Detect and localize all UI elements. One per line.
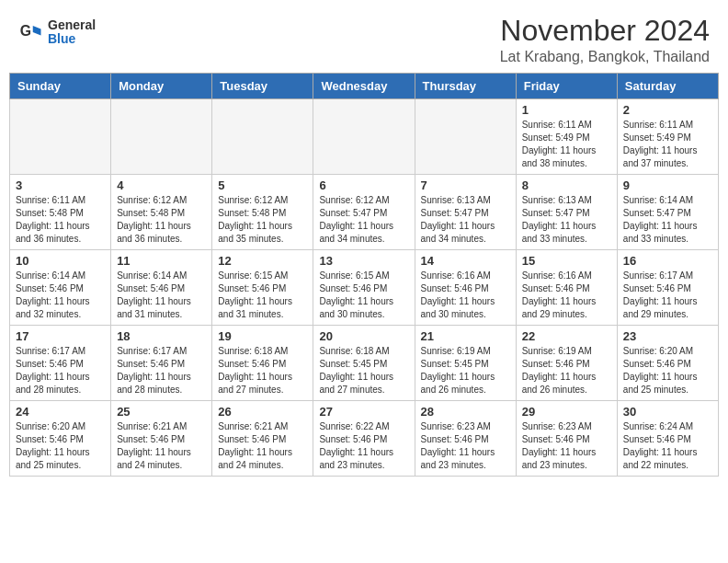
- calendar-cell: [10, 99, 111, 175]
- day-number: 21: [421, 329, 510, 343]
- day-number: 18: [117, 329, 206, 343]
- calendar-week-0: 1Sunrise: 6:11 AMSunset: 5:49 PMDaylight…: [10, 99, 719, 175]
- day-number: 8: [522, 178, 611, 192]
- day-info: Sunrise: 6:15 AMSunset: 5:46 PMDaylight:…: [319, 270, 408, 321]
- calendar-cell: 23Sunrise: 6:20 AMSunset: 5:46 PMDayligh…: [617, 326, 718, 401]
- day-number: 2: [623, 103, 712, 117]
- calendar-table: SundayMondayTuesdayWednesdayThursdayFrid…: [9, 73, 719, 477]
- logo-text: General Blue: [48, 18, 96, 47]
- day-info: Sunrise: 6:14 AMSunset: 5:47 PMDaylight:…: [623, 194, 712, 246]
- day-info: Sunrise: 6:12 AMSunset: 5:48 PMDaylight:…: [117, 194, 206, 246]
- calendar-cell: 24Sunrise: 6:20 AMSunset: 5:46 PMDayligh…: [10, 401, 111, 477]
- day-info: Sunrise: 6:18 AMSunset: 5:46 PMDaylight:…: [218, 345, 307, 396]
- calendar-cell: 16Sunrise: 6:17 AMSunset: 5:46 PMDayligh…: [617, 250, 718, 326]
- day-number: 20: [319, 329, 408, 343]
- day-info: Sunrise: 6:24 AMSunset: 5:46 PMDaylight:…: [623, 420, 712, 472]
- calendar-week-4: 24Sunrise: 6:20 AMSunset: 5:46 PMDayligh…: [10, 401, 719, 477]
- svg-text:G: G: [20, 23, 31, 39]
- day-number: 7: [421, 178, 510, 192]
- calendar-cell: [415, 99, 516, 175]
- day-info: Sunrise: 6:14 AMSunset: 5:46 PMDaylight:…: [16, 270, 105, 321]
- calendar-cell: 27Sunrise: 6:22 AMSunset: 5:46 PMDayligh…: [313, 401, 415, 477]
- day-number: 10: [16, 254, 105, 268]
- calendar-cell: 19Sunrise: 6:18 AMSunset: 5:46 PMDayligh…: [212, 326, 313, 401]
- day-info: Sunrise: 6:22 AMSunset: 5:46 PMDaylight:…: [319, 420, 408, 472]
- day-info: Sunrise: 6:16 AMSunset: 5:46 PMDaylight:…: [522, 270, 611, 321]
- day-number: 22: [522, 329, 611, 343]
- logo-blue-text: Blue: [48, 32, 96, 46]
- logo: G General Blue: [18, 18, 96, 47]
- day-number: 1: [522, 103, 611, 117]
- calendar-cell: 20Sunrise: 6:18 AMSunset: 5:45 PMDayligh…: [313, 326, 415, 401]
- day-number: 15: [522, 254, 611, 268]
- calendar-cell: 21Sunrise: 6:19 AMSunset: 5:45 PMDayligh…: [415, 326, 516, 401]
- calendar-cell: 14Sunrise: 6:16 AMSunset: 5:46 PMDayligh…: [415, 250, 516, 326]
- weekday-header-wednesday: Wednesday: [313, 74, 415, 99]
- calendar-cell: [313, 99, 415, 175]
- calendar-cell: 26Sunrise: 6:21 AMSunset: 5:46 PMDayligh…: [212, 401, 313, 477]
- day-number: 23: [623, 329, 712, 343]
- day-info: Sunrise: 6:19 AMSunset: 5:45 PMDaylight:…: [421, 345, 510, 396]
- calendar-cell: 6Sunrise: 6:12 AMSunset: 5:47 PMDaylight…: [313, 175, 415, 250]
- day-info: Sunrise: 6:21 AMSunset: 5:46 PMDaylight:…: [117, 420, 206, 472]
- calendar-body: 1Sunrise: 6:11 AMSunset: 5:49 PMDaylight…: [10, 99, 719, 477]
- day-info: Sunrise: 6:13 AMSunset: 5:47 PMDaylight:…: [522, 194, 611, 246]
- day-number: 28: [421, 405, 510, 419]
- calendar-cell: [111, 99, 212, 175]
- calendar-cell: 4Sunrise: 6:12 AMSunset: 5:48 PMDaylight…: [111, 175, 212, 250]
- calendar-cell: 5Sunrise: 6:12 AMSunset: 5:48 PMDaylight…: [212, 175, 313, 250]
- day-number: 29: [522, 405, 611, 419]
- day-number: 9: [623, 178, 712, 192]
- day-info: Sunrise: 6:14 AMSunset: 5:46 PMDaylight:…: [117, 270, 206, 321]
- calendar-cell: 15Sunrise: 6:16 AMSunset: 5:46 PMDayligh…: [516, 250, 617, 326]
- day-info: Sunrise: 6:11 AMSunset: 5:49 PMDaylight:…: [522, 119, 611, 170]
- calendar-cell: 3Sunrise: 6:11 AMSunset: 5:48 PMDaylight…: [10, 175, 111, 250]
- day-info: Sunrise: 6:17 AMSunset: 5:46 PMDaylight:…: [16, 345, 105, 396]
- day-info: Sunrise: 6:16 AMSunset: 5:46 PMDaylight:…: [421, 270, 510, 321]
- day-number: 4: [117, 178, 206, 192]
- day-info: Sunrise: 6:12 AMSunset: 5:48 PMDaylight:…: [218, 194, 307, 246]
- day-number: 5: [218, 178, 307, 192]
- logo-icon: G: [18, 19, 44, 45]
- calendar-cell: 10Sunrise: 6:14 AMSunset: 5:46 PMDayligh…: [10, 250, 111, 326]
- day-info: Sunrise: 6:20 AMSunset: 5:46 PMDaylight:…: [16, 420, 105, 472]
- day-number: 25: [117, 405, 206, 419]
- weekday-header-sunday: Sunday: [10, 74, 111, 99]
- day-info: Sunrise: 6:12 AMSunset: 5:47 PMDaylight:…: [319, 194, 408, 246]
- calendar-cell: 7Sunrise: 6:13 AMSunset: 5:47 PMDaylight…: [415, 175, 516, 250]
- day-number: 16: [623, 254, 712, 268]
- weekday-header-saturday: Saturday: [617, 74, 718, 99]
- calendar-cell: 29Sunrise: 6:23 AMSunset: 5:46 PMDayligh…: [516, 401, 617, 477]
- calendar-week-3: 17Sunrise: 6:17 AMSunset: 5:46 PMDayligh…: [10, 326, 719, 401]
- calendar-cell: 9Sunrise: 6:14 AMSunset: 5:47 PMDaylight…: [617, 175, 718, 250]
- calendar-cell: 1Sunrise: 6:11 AMSunset: 5:49 PMDaylight…: [516, 99, 617, 175]
- day-info: Sunrise: 6:11 AMSunset: 5:49 PMDaylight:…: [623, 119, 712, 170]
- page-header: G General Blue November 2024 Lat Krabang…: [0, 0, 728, 73]
- calendar-cell: 28Sunrise: 6:23 AMSunset: 5:46 PMDayligh…: [415, 401, 516, 477]
- calendar-week-2: 10Sunrise: 6:14 AMSunset: 5:46 PMDayligh…: [10, 250, 719, 326]
- day-number: 19: [218, 329, 307, 343]
- day-number: 12: [218, 254, 307, 268]
- day-info: Sunrise: 6:17 AMSunset: 5:46 PMDaylight:…: [623, 270, 712, 321]
- day-number: 17: [16, 329, 105, 343]
- day-number: 6: [319, 178, 408, 192]
- day-info: Sunrise: 6:11 AMSunset: 5:48 PMDaylight:…: [16, 194, 105, 246]
- calendar-cell: 17Sunrise: 6:17 AMSunset: 5:46 PMDayligh…: [10, 326, 111, 401]
- calendar-header: SundayMondayTuesdayWednesdayThursdayFrid…: [10, 74, 719, 99]
- title-block: November 2024 Lat Krabang, Bangkok, Thai…: [500, 15, 710, 65]
- weekday-header-tuesday: Tuesday: [212, 74, 313, 99]
- day-info: Sunrise: 6:19 AMSunset: 5:46 PMDaylight:…: [522, 345, 611, 396]
- day-number: 13: [319, 254, 408, 268]
- day-number: 3: [16, 178, 105, 192]
- day-info: Sunrise: 6:23 AMSunset: 5:46 PMDaylight:…: [421, 420, 510, 472]
- calendar-cell: 30Sunrise: 6:24 AMSunset: 5:46 PMDayligh…: [617, 401, 718, 477]
- day-number: 30: [623, 405, 712, 419]
- day-number: 26: [218, 405, 307, 419]
- day-info: Sunrise: 6:20 AMSunset: 5:46 PMDaylight:…: [623, 345, 712, 396]
- calendar-week-1: 3Sunrise: 6:11 AMSunset: 5:48 PMDaylight…: [10, 175, 719, 250]
- location-title: Lat Krabang, Bangkok, Thailand: [500, 49, 710, 65]
- calendar-cell: 13Sunrise: 6:15 AMSunset: 5:46 PMDayligh…: [313, 250, 415, 326]
- weekday-header-monday: Monday: [111, 74, 212, 99]
- calendar-cell: 22Sunrise: 6:19 AMSunset: 5:46 PMDayligh…: [516, 326, 617, 401]
- calendar-cell: [212, 99, 313, 175]
